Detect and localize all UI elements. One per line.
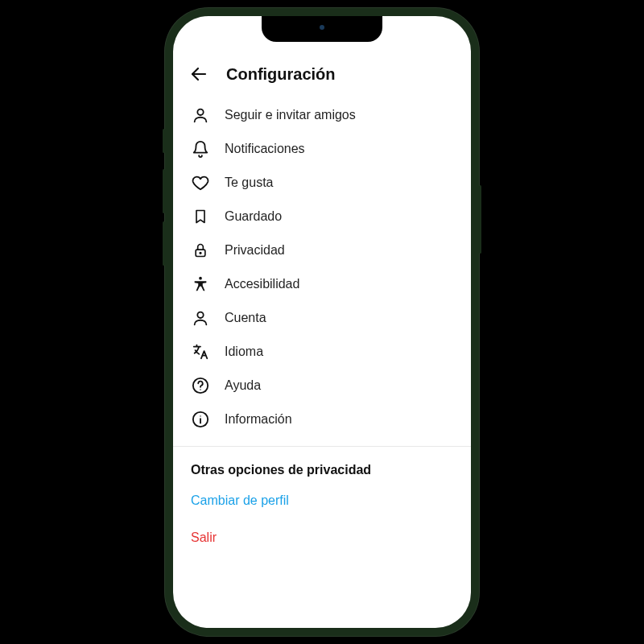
svg-point-3	[200, 253, 201, 254]
menu-item-info[interactable]: Información	[173, 402, 471, 436]
page-header: Configuración	[173, 56, 471, 95]
phone-volume-up-button	[163, 169, 165, 213]
settings-menu: Seguir e invitar amigos Notificaciones T…	[173, 95, 471, 440]
bookmark-icon	[191, 207, 210, 226]
menu-item-likes[interactable]: Te gusta	[173, 166, 471, 200]
translate-icon	[191, 342, 210, 361]
svg-point-10	[200, 415, 200, 416]
accessibility-icon	[191, 275, 210, 294]
phone-power-button	[479, 185, 481, 254]
menu-label: Ayuda	[225, 378, 261, 393]
page-title: Configuración	[226, 65, 336, 84]
phone-side-button	[163, 129, 165, 153]
menu-label: Te gusta	[225, 175, 273, 190]
phone-frame: Configuración Seguir e invitar amigos No…	[165, 8, 479, 636]
menu-label: Accesibilidad	[225, 277, 299, 291]
svg-point-7	[200, 389, 200, 390]
menu-label: Seguir e invitar amigos	[225, 108, 356, 122]
svg-point-1	[197, 109, 203, 115]
menu-item-follow-invite[interactable]: Seguir e invitar amigos	[173, 98, 471, 132]
lock-icon	[191, 241, 210, 260]
menu-item-account[interactable]: Cuenta	[173, 301, 471, 335]
svg-point-4	[199, 277, 202, 280]
section-title-privacy-options: Otras opciones de privacidad	[173, 447, 471, 482]
menu-label: Información	[225, 412, 292, 427]
settings-page: Configuración Seguir e invitar amigos No…	[173, 16, 471, 556]
back-button[interactable]	[189, 64, 208, 84]
menu-item-saved[interactable]: Guardado	[173, 200, 471, 233]
phone-volume-down-button	[163, 221, 165, 266]
help-icon	[191, 376, 210, 395]
phone-notch	[262, 16, 382, 42]
menu-label: Idioma	[225, 345, 263, 359]
menu-item-help[interactable]: Ayuda	[173, 369, 471, 402]
logout-link[interactable]: Salir	[173, 519, 471, 556]
menu-label: Guardado	[225, 209, 282, 224]
svg-point-5	[197, 312, 203, 318]
menu-item-notifications[interactable]: Notificaciones	[173, 132, 471, 166]
heart-icon	[191, 173, 210, 192]
menu-item-language[interactable]: Idioma	[173, 335, 471, 369]
person-icon	[191, 308, 210, 328]
menu-label: Cuenta	[225, 311, 266, 325]
bell-icon	[191, 139, 210, 159]
menu-item-accessibility[interactable]: Accesibilidad	[173, 267, 471, 301]
switch-profile-link[interactable]: Cambiar de perfil	[173, 482, 471, 519]
menu-label: Privacidad	[225, 243, 285, 258]
arrow-left-icon	[189, 64, 208, 84]
menu-label: Notificaciones	[225, 142, 305, 156]
phone-screen: Configuración Seguir e invitar amigos No…	[173, 16, 471, 628]
person-icon	[191, 105, 210, 125]
menu-item-privacy[interactable]: Privacidad	[173, 233, 471, 267]
info-icon	[191, 410, 210, 429]
